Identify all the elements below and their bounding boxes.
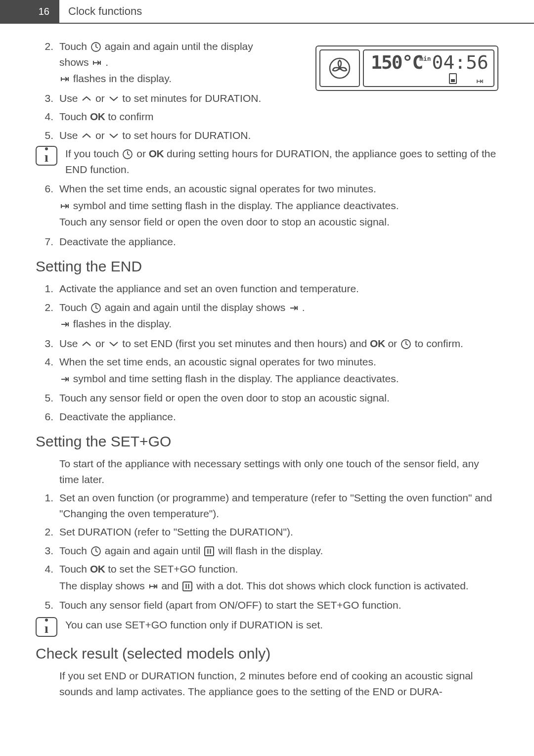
clock-icon: [91, 42, 101, 52]
step-number: 2.: [36, 524, 59, 540]
step-number: 5.: [36, 390, 59, 406]
step-number: 6.: [36, 409, 59, 425]
fan-icon: [329, 57, 351, 79]
duration-icon: [477, 79, 484, 84]
step-number: 5.: [36, 128, 59, 143]
step-number: 4.: [36, 109, 59, 125]
clock-icon: [91, 303, 101, 313]
page-header: 16 Clock functions: [0, 0, 534, 24]
step-text: Touch again and again until the display …: [59, 300, 498, 333]
end-icon: [60, 376, 69, 382]
step-number: 1.: [36, 281, 59, 297]
up-caret-icon: [82, 133, 91, 139]
step-number: 2.: [36, 39, 59, 88]
duration-icon: [149, 583, 158, 589]
step-text: Set an oven function (or programme) and …: [59, 490, 498, 521]
display-temperature: 150°C: [371, 51, 422, 73]
duration-icon: [92, 60, 101, 66]
step-text: Use or to set hours for DURATION.: [59, 128, 498, 143]
step-number: 6.: [36, 181, 59, 231]
down-caret-icon: [109, 96, 119, 102]
step-number: 3.: [36, 90, 59, 106]
step-text: Touch any sensor field (apart from ON/OF…: [59, 597, 498, 613]
display-time: min04:56: [419, 51, 489, 73]
up-caret-icon: [82, 96, 91, 102]
down-caret-icon: [109, 341, 119, 347]
step-number: 4.: [36, 561, 59, 594]
step-text: Touch any sensor field or open the oven …: [59, 390, 498, 406]
level-icon: [449, 73, 457, 84]
step-text: Use or to set END (first you set minutes…: [59, 336, 498, 352]
info-icon: ı: [36, 146, 57, 166]
duration-icon: [60, 76, 69, 82]
display-info-panel: 150°C min04:56: [363, 49, 494, 87]
step-number: 7.: [36, 234, 59, 250]
section-heading: Check result (selected models only): [36, 645, 498, 662]
step-text: Touch OK to confirm: [59, 109, 498, 125]
info-icon: ı: [36, 617, 57, 637]
step-number: 4.: [36, 354, 59, 387]
up-caret-icon: [82, 341, 91, 347]
step-number: 5.: [36, 597, 59, 613]
end-icon: [289, 305, 298, 311]
info-text: If you touch or OK during setting hours …: [36, 146, 498, 177]
step-text: Deactivate the appliance.: [59, 409, 498, 425]
step-text: When the set time ends, an acoustic sign…: [59, 354, 498, 387]
end-icon: [60, 321, 69, 327]
step-number: 3.: [36, 336, 59, 352]
step-text: Set DURATION (refer to "Setting the DURA…: [59, 524, 498, 540]
step-text: Activate the appliance and set an oven f…: [59, 281, 498, 297]
step-text: Use or to set minutes for DURATION.: [59, 90, 272, 106]
step-number: 1.: [36, 490, 59, 521]
step-text: When the set time ends, an acoustic sign…: [59, 181, 498, 231]
display-fan-panel: [319, 49, 360, 87]
body-text: If you set END or DURATION function, 2 m…: [36, 668, 498, 699]
intro-text: To start of the appliance with necessary…: [36, 456, 498, 487]
header-title: Clock functions: [59, 0, 142, 23]
step-text: Touch OK to set the SET+GO function. The…: [59, 561, 498, 594]
section-heading: Setting the END: [36, 258, 498, 275]
step-text: Deactivate the appliance.: [59, 234, 498, 250]
oven-display-illustration: 150°C min04:56: [315, 45, 498, 91]
info-text: You can use SET+GO function only if DURA…: [36, 617, 323, 633]
page-number: 16: [0, 0, 59, 23]
down-caret-icon: [109, 133, 119, 139]
pause-box-icon: [204, 546, 214, 556]
step-number: 2.: [36, 300, 59, 333]
step-number: 3.: [36, 543, 59, 559]
clock-icon: [123, 149, 133, 159]
duration-icon: [60, 203, 69, 209]
step-text: Touch again and again until the display …: [59, 39, 272, 88]
clock-icon: [401, 339, 411, 349]
section-heading: Setting the SET+GO: [36, 433, 498, 450]
clock-icon: [91, 546, 101, 556]
step-text: Touch again and again until will flash i…: [59, 543, 498, 559]
pause-box-icon: [182, 581, 192, 591]
